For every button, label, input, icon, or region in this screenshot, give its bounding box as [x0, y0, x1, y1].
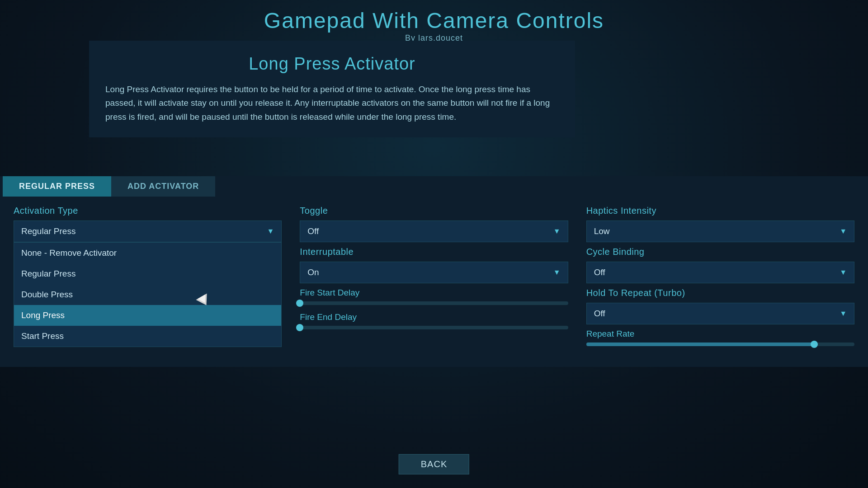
interruptable-dropdown-arrow-icon: ▼ [553, 268, 561, 277]
haptics-label: Haptics Intensity [586, 206, 854, 216]
content-panel: Long Press Activator Long Press Activato… [89, 41, 575, 137]
hold-dropdown-arrow-icon: ▼ [840, 310, 847, 318]
dropdown-item-double[interactable]: Double Press [14, 284, 281, 305]
fire-start-delay-thumb[interactable] [296, 300, 303, 307]
right-column: Haptics Intensity Low ▼ Cycle Binding Of… [582, 201, 859, 358]
dropdown-item-long[interactable]: Long Press [14, 305, 281, 326]
controls-area: REGULAR PRESS ADD ACTIVATOR Activation T… [0, 176, 868, 367]
toggle-dropdown-wrapper: Off ▼ [300, 221, 568, 242]
tab-regular-press[interactable]: REGULAR PRESS [3, 176, 111, 197]
left-column: Activation Type Regular Press ▼ None - R… [9, 201, 286, 358]
cycle-dropdown-wrapper: Off ▼ [586, 262, 854, 283]
fire-end-delay-track[interactable] [300, 326, 568, 329]
fire-end-delay-container: Fire End Delay [300, 312, 568, 329]
tab-bar: REGULAR PRESS ADD ACTIVATOR [3, 176, 868, 197]
activation-type-label: Activation Type [14, 206, 282, 216]
middle-column: Toggle Off ▼ Interruptable On ▼ Fire Sta… [295, 201, 572, 358]
haptics-dropdown-arrow-icon: ▼ [840, 227, 847, 235]
activation-type-dropdown-wrapper: Regular Press ▼ None - Remove Activator … [14, 221, 282, 242]
cycle-dropdown[interactable]: Off ▼ [586, 262, 854, 283]
cycle-value: Off [594, 267, 605, 277]
tab-add-activator[interactable]: ADD ACTIVATOR [111, 176, 215, 197]
dropdown-item-none[interactable]: None - Remove Activator [14, 243, 281, 263]
haptics-dropdown[interactable]: Low ▼ [586, 221, 854, 242]
repeat-rate-track[interactable] [586, 343, 854, 346]
interruptable-label: Interruptable [300, 247, 568, 257]
fire-end-delay-thumb[interactable] [296, 324, 303, 331]
cycle-label: Cycle Binding [586, 247, 854, 257]
dropdown-item-regular[interactable]: Regular Press [14, 263, 281, 284]
dropdown-arrow-icon: ▼ [267, 227, 274, 235]
toggle-dropdown[interactable]: Off ▼ [300, 221, 568, 242]
cycle-dropdown-arrow-icon: ▼ [840, 268, 847, 277]
haptics-value: Low [594, 226, 610, 236]
hold-dropdown[interactable]: Off ▼ [586, 303, 854, 324]
hold-label: Hold To Repeat (Turbo) [586, 288, 854, 298]
fire-start-delay-label: Fire Start Delay [300, 288, 568, 298]
back-button[interactable]: BACK [399, 454, 469, 474]
dropdown-item-start[interactable]: Start Press [14, 326, 281, 347]
fire-start-delay-track[interactable] [300, 301, 568, 305]
toggle-dropdown-arrow-icon: ▼ [553, 227, 561, 235]
toggle-label: Toggle [300, 206, 568, 216]
toggle-value: Off [307, 226, 319, 236]
activation-type-dropdown-list: None - Remove Activator Regular Press Do… [14, 242, 282, 347]
activation-type-value: Regular Press [21, 226, 75, 236]
activation-type-dropdown[interactable]: Regular Press ▼ [14, 221, 282, 242]
haptics-dropdown-wrapper: Low ▼ [586, 221, 854, 242]
repeat-rate-thumb[interactable] [811, 341, 818, 348]
interruptable-value: On [307, 267, 319, 277]
panel-description: Long Press Activator requires the button… [105, 83, 559, 124]
fire-start-delay-container: Fire Start Delay [300, 288, 568, 305]
hold-dropdown-wrapper: Off ▼ [586, 303, 854, 324]
repeat-rate-label: Repeat Rate [586, 329, 854, 339]
repeat-rate-container: Repeat Rate [586, 329, 854, 346]
interruptable-dropdown-wrapper: On ▼ [300, 262, 568, 283]
fire-end-delay-label: Fire End Delay [300, 312, 568, 322]
repeat-rate-fill [586, 343, 814, 346]
columns: Activation Type Regular Press ▼ None - R… [0, 197, 868, 367]
panel-title: Long Press Activator [105, 54, 559, 74]
page-title: Gamepad With Camera Controls [0, 8, 868, 33]
hold-value: Off [594, 309, 605, 319]
interruptable-dropdown[interactable]: On ▼ [300, 262, 568, 283]
